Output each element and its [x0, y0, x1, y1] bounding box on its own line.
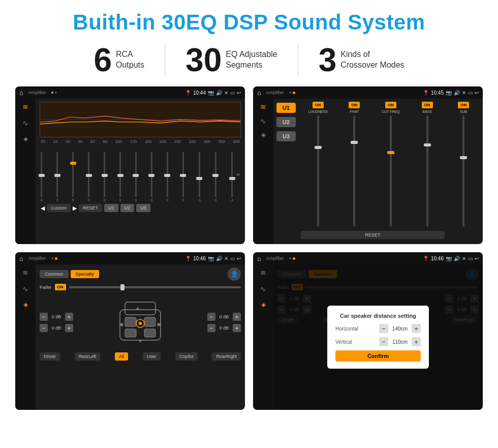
eq-val-11: 0 [214, 198, 216, 202]
eq-slider-9[interactable]: 0 [182, 152, 184, 202]
screen2-cam-icon: 📷 [446, 90, 452, 96]
vertical-plus-button[interactable]: + [412, 337, 421, 346]
eq-thumb-1 [54, 174, 60, 177]
screen2-dot2 [293, 92, 295, 94]
eq-track-10 [199, 152, 200, 197]
screen1-vol-icon: 🔊 [216, 90, 222, 96]
eq-track-6 [135, 152, 137, 197]
sub-on-btn[interactable]: ON [458, 102, 469, 108]
eq-val-9: 0 [182, 198, 184, 202]
phat-on-btn[interactable]: ON [349, 102, 360, 108]
speaker-eq-icon: ≋ [22, 268, 28, 277]
screen4-pin-icon: 📍 [423, 256, 429, 261]
eq-slider-12[interactable]: -1 [230, 152, 233, 202]
left-db-controls: − 0 dB + − 0 dB + [40, 313, 73, 332]
confirm-button[interactable]: Confirm [335, 350, 421, 362]
u1-button[interactable]: U1 [276, 103, 296, 113]
screen1-home-icon: ⌂ [19, 89, 23, 97]
screen3-rect-icon: ▭ [230, 256, 235, 261]
right-db1-value: 0 dB [217, 314, 231, 319]
cutfreq-on-btn[interactable]: ON [385, 102, 396, 108]
eq-slider-1[interactable]: 0 [56, 152, 58, 202]
eq-track-1 [56, 152, 58, 197]
u3-button[interactable]: U3 [276, 131, 296, 141]
screens-grid: ⌂ Amplifier 📍 10:44 📷 🔊 ✕ ▭ ↩ [15, 86, 483, 410]
eq-u3-button[interactable]: U3 [136, 204, 150, 212]
eq-slider-4[interactable]: 0 [104, 152, 106, 202]
screen4-status-icons: 📍 10:46 📷 🔊 ✕ ▭ ↩ [423, 256, 479, 261]
eq-thumb-11 [212, 174, 219, 177]
eq-arrow-right: » [236, 170, 240, 178]
right-db2-minus[interactable]: − [207, 324, 215, 332]
eq-sliders: 0 0 5 0 [40, 146, 241, 202]
waveform-icon: ∿ [22, 119, 28, 127]
tab-common[interactable]: Common [40, 270, 69, 278]
eq-track-12 [231, 152, 233, 197]
fader-on-button[interactable]: ON [55, 284, 66, 290]
eq-track-11 [215, 152, 216, 197]
eq-slider-7[interactable]: 0 [150, 152, 152, 202]
speaker-wave-icon: ∿ [22, 285, 28, 293]
stat-crossover-label2: Crossover Modes [340, 60, 404, 71]
sub-label: SUB [460, 110, 467, 113]
right-db1-minus[interactable]: − [207, 313, 215, 321]
eq-val-12: -1 [230, 198, 233, 202]
left-db-1: − 0 dB + [40, 313, 73, 321]
eq-val-1: 0 [56, 198, 58, 202]
distance-main-area: Common Specialty 👤 Fader ON [273, 264, 483, 410]
stat-eq-number: 30 [185, 44, 222, 76]
screen2-home-icon: ⌂ [257, 89, 261, 97]
amp-reset-row: RESET [301, 227, 481, 241]
stats-row: 6 RCA Outputs 30 EQ Adjustable Segments … [15, 44, 483, 76]
screen1-x-icon: ✕ [224, 90, 228, 96]
amp-eq-icon: ≋ [260, 103, 266, 111]
left-db2-minus[interactable]: − [40, 324, 48, 332]
distance-sidebar: ≋ ∿ ◈ [253, 264, 273, 410]
screen2-pin-icon: 📍 [423, 90, 429, 96]
screen4-time: 10:46 [431, 256, 444, 261]
eq-slider-8[interactable]: 0 [166, 152, 168, 202]
fader-slider[interactable] [69, 286, 241, 288]
left-db1-plus[interactable]: + [65, 313, 73, 321]
eq-slider-10[interactable]: -1 [198, 152, 201, 202]
eq-slider-6[interactable]: 0 [135, 152, 137, 202]
amp-reset-button[interactable]: RESET [301, 231, 445, 239]
screen2-title: Amplifier [266, 90, 284, 95]
eq-u2-button[interactable]: U2 [120, 204, 135, 212]
eq-prev-button[interactable]: ◀ [41, 205, 45, 212]
left-db2-plus[interactable]: + [65, 324, 73, 332]
all-button[interactable]: All [115, 352, 128, 361]
eq-u1-button[interactable]: U1 [104, 204, 118, 212]
eq-slider-5[interactable]: 0 [119, 152, 121, 202]
loudness-on-btn[interactable]: ON [313, 102, 324, 108]
eq-slider-11[interactable]: 0 [214, 152, 216, 202]
eq-play-button[interactable]: ▶ [73, 205, 77, 212]
horizontal-minus-button[interactable]: − [379, 324, 388, 333]
eq-slider-0[interactable]: 0 [41, 152, 43, 202]
eq-reset-button[interactable]: RESET [79, 204, 102, 212]
vertical-minus-button[interactable]: − [379, 337, 388, 346]
eq-track-3 [88, 152, 89, 197]
left-db1-minus[interactable]: − [40, 313, 48, 321]
horizontal-plus-button[interactable]: + [412, 324, 421, 333]
eq-custom-button[interactable]: Custom [47, 204, 71, 212]
eq-val-2: 5 [72, 198, 74, 202]
screen4-statusbar: ⌂ Amplifier 📍 10:46 📷 🔊 ✕ ▭ ↩ [253, 252, 483, 264]
right-db2-plus[interactable]: + [233, 324, 241, 332]
eq-track-8 [167, 152, 168, 197]
driver-button[interactable]: Driver [40, 352, 60, 361]
rearright-button[interactable]: RearRight [212, 352, 241, 361]
tab-specialty[interactable]: Specialty [71, 270, 100, 278]
right-db1-plus[interactable]: + [233, 313, 241, 321]
user-button[interactable]: User [143, 352, 161, 361]
channel-phat: ON PHAT [337, 102, 372, 227]
amp-wave-icon: ∿ [260, 117, 266, 125]
eq-slider-3[interactable]: 0 [88, 152, 90, 202]
copilot-button[interactable]: Copilot [175, 352, 198, 361]
screen4-title: Amplifier [266, 256, 284, 261]
eq-slider-2[interactable]: 5 [72, 152, 74, 202]
bass-on-btn[interactable]: ON [422, 102, 433, 108]
right-db2-value: 0 dB [217, 325, 231, 331]
rearleft-button[interactable]: RearLeft [75, 352, 101, 361]
u2-button[interactable]: U2 [276, 117, 296, 127]
